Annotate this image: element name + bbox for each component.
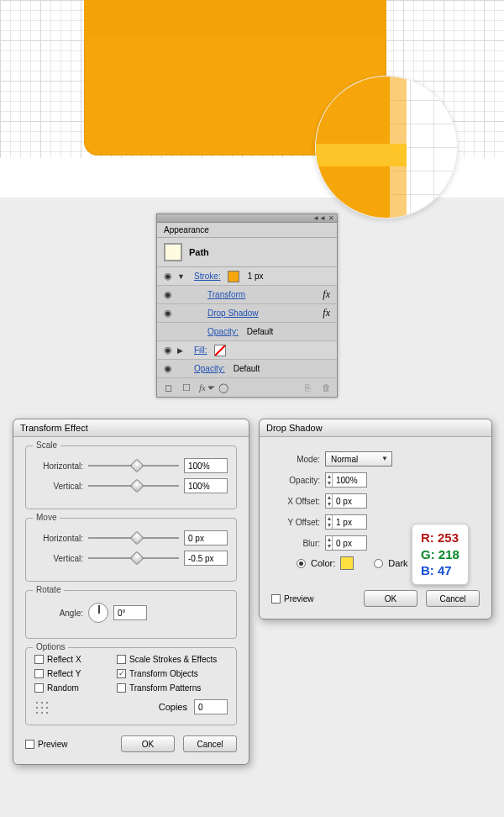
scale-group: Scale Horizontal: 100% Vertical: 100%: [25, 445, 237, 509]
fx-icon[interactable]: fx: [323, 307, 330, 319]
move-v-label: Vertical:: [34, 554, 83, 563]
move-h-input[interactable]: 0 px: [184, 530, 228, 546]
move-v-input[interactable]: -0.5 px: [184, 551, 228, 566]
disclosure-triangle[interactable]: ▼: [177, 272, 186, 281]
fill-color-swatch[interactable]: [214, 345, 226, 356]
panel-close-icon[interactable]: ✕: [328, 215, 334, 222]
y-offset-input[interactable]: 1 px: [325, 514, 367, 530]
duplicate-item-button[interactable]: ⎘: [302, 382, 313, 393]
artwork-top-band: [84, 0, 386, 38]
visibility-icon[interactable]: ◉: [162, 308, 174, 319]
move-v-slider[interactable]: [88, 552, 179, 564]
x-offset-input[interactable]: 0 px: [325, 493, 367, 509]
transform-objects-checkbox[interactable]: Transform Objects: [117, 669, 217, 678]
x-offset-label: X Offset:: [271, 497, 320, 506]
angle-input[interactable]: 0°: [113, 605, 147, 620]
dialog-title: Transform Effect: [13, 419, 249, 437]
cancel-button[interactable]: Cancel: [183, 735, 237, 752]
stroke-opacity-row[interactable]: Opacity: Default: [157, 323, 337, 341]
stroke-color-swatch[interactable]: [228, 271, 239, 282]
opacity-button[interactable]: ◯: [218, 382, 229, 393]
fill-link[interactable]: Fill:: [194, 345, 207, 355]
options-group: Options Reflect X Reflect Y Random Scale…: [25, 647, 237, 725]
angle-wheel[interactable]: [88, 603, 108, 623]
options-legend: Options: [33, 642, 68, 651]
opacity-value: Default: [247, 327, 274, 336]
darkness-radio[interactable]: [374, 559, 383, 568]
drop-shadow-link[interactable]: Drop Shadow: [207, 308, 259, 318]
color-label: Color:: [311, 558, 335, 568]
canvas-grid: [0, 0, 504, 198]
reflect-x-checkbox[interactable]: Reflect X: [34, 655, 107, 664]
move-legend: Move: [33, 513, 60, 522]
drop-shadow-dialog: Drop Shadow Mode: Normal Opacity: 100% X…: [259, 419, 492, 619]
dialog-title: Drop Shadow: [260, 419, 491, 437]
opacity-value: Default: [234, 364, 260, 373]
move-group: Move Horizontal: 0 px Vertical: -0.5 px: [25, 518, 237, 582]
rotate-legend: Rotate: [33, 585, 64, 594]
object-thumbnail: [164, 243, 182, 261]
rgb-g: G: 218: [421, 546, 459, 563]
transform-effect-row[interactable]: ◉ Transform fx: [157, 286, 337, 304]
fill-row[interactable]: ◉ ▶ Fill:: [157, 341, 337, 360]
rgb-r: R: 253: [421, 530, 459, 546]
rgb-tooltip: R: 253 G: 218 B: 47: [412, 524, 469, 585]
visibility-icon[interactable]: ◉: [162, 289, 174, 300]
new-art-button[interactable]: ◻: [162, 382, 174, 393]
random-checkbox[interactable]: Random: [34, 683, 107, 693]
blur-input[interactable]: 0 px: [325, 535, 367, 551]
copies-input[interactable]: 0: [194, 699, 228, 714]
object-type: Path: [189, 247, 209, 257]
preview-checkbox[interactable]: Preview: [25, 735, 68, 752]
mode-label: Mode:: [271, 455, 320, 464]
opacity-input[interactable]: 100%: [325, 472, 367, 488]
opacity-link[interactable]: Opacity:: [207, 327, 239, 336]
clear-appearance-button[interactable]: ☐: [181, 382, 192, 393]
scale-h-slider[interactable]: [88, 460, 179, 472]
shadow-color-swatch[interactable]: [340, 556, 354, 570]
appearance-panel: ◄◄ ✕ Appearance Path ◉ ▼ Stroke: 1 px ◉ …: [156, 213, 338, 398]
y-offset-label: Y Offset:: [271, 518, 320, 527]
angle-label: Angle:: [34, 609, 83, 618]
copies-icon: [34, 700, 51, 714]
ok-button[interactable]: OK: [121, 735, 175, 752]
rgb-b: B: 47: [421, 562, 459, 579]
object-opacity-row[interactable]: ◉ Opacity: Default: [157, 360, 337, 378]
color-radio[interactable]: [297, 559, 306, 568]
transform-link[interactable]: Transform: [207, 290, 245, 299]
scale-h-input[interactable]: 100%: [184, 458, 228, 473]
delete-item-button[interactable]: 🗑: [320, 382, 332, 393]
stroke-size: 1 px: [248, 271, 264, 281]
scale-v-input[interactable]: 100%: [184, 478, 228, 493]
reflect-y-checkbox[interactable]: Reflect Y: [34, 669, 107, 678]
zoom-highlight: [316, 144, 407, 166]
opacity-link[interactable]: Opacity:: [194, 364, 225, 373]
scale-strokes-checkbox[interactable]: Scale Strokes & Effects: [117, 655, 217, 664]
drop-shadow-effect-row[interactable]: ◉ Drop Shadow fx: [157, 304, 337, 323]
panel-tabbar: ◄◄ ✕: [157, 214, 337, 223]
move-h-slider[interactable]: [88, 532, 179, 544]
visibility-icon[interactable]: ◉: [162, 271, 174, 282]
panel-footer: ◻ ☐ fx⏷ ◯ ⎘ 🗑: [157, 378, 337, 397]
preview-checkbox[interactable]: Preview: [271, 590, 314, 607]
panel-title: Appearance: [157, 223, 337, 238]
transform-effect-dialog: Transform Effect Scale Horizontal: 100% …: [13, 419, 249, 765]
scale-h-label: Horizontal:: [34, 461, 83, 471]
blur-label: Blur:: [271, 539, 320, 548]
mode-select[interactable]: Normal: [325, 451, 392, 466]
panel-collapse-icon[interactable]: ◄◄: [316, 215, 323, 222]
opacity-label: Opacity:: [271, 476, 320, 485]
rotate-group: Rotate Angle: 0°: [25, 590, 237, 639]
visibility-icon[interactable]: ◉: [162, 363, 174, 374]
ok-button[interactable]: OK: [364, 590, 417, 607]
disclosure-triangle[interactable]: ▶: [177, 346, 186, 355]
transform-patterns-checkbox[interactable]: Transform Patterns: [117, 683, 217, 693]
fx-icon[interactable]: fx: [323, 288, 330, 301]
stroke-link[interactable]: Stroke:: [194, 271, 221, 281]
darkness-label: Dark: [388, 558, 407, 568]
scale-v-slider[interactable]: [88, 480, 179, 492]
stroke-row[interactable]: ◉ ▼ Stroke: 1 px: [157, 267, 337, 286]
cancel-button[interactable]: Cancel: [426, 590, 480, 607]
visibility-icon[interactable]: ◉: [162, 345, 174, 356]
add-fx-button[interactable]: fx⏷: [199, 382, 211, 393]
